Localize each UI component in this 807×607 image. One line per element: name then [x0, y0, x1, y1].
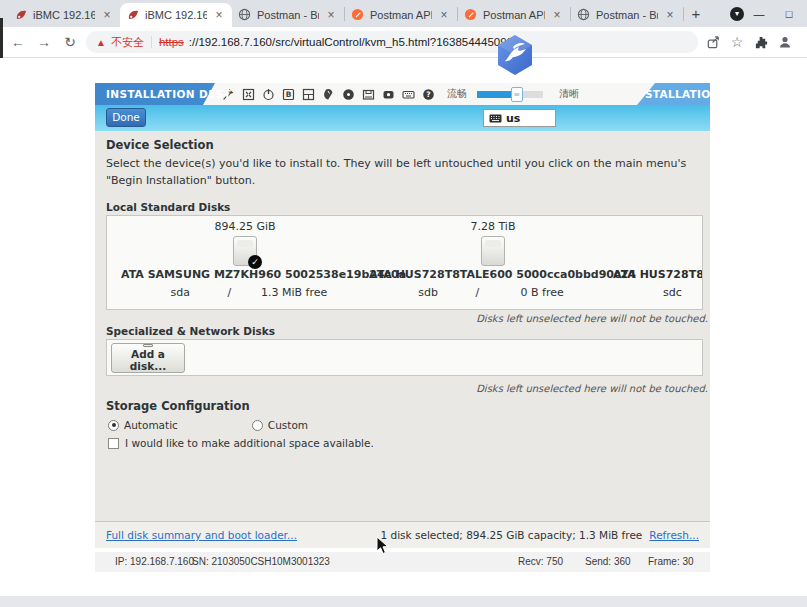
security-warning-icon[interactable]: ▲ [96, 37, 106, 48]
tab-ibmc-1[interactable]: iBMC 192.168.7.16 × [8, 3, 120, 27]
tab-title: Postman - Browse [596, 9, 658, 21]
layout-icon[interactable] [301, 87, 315, 101]
tab-title: Postman API Platfo [370, 9, 432, 21]
postman-favicon [351, 8, 365, 22]
help-icon[interactable]: ? [421, 87, 435, 101]
anaconda-installer-screen: INSTALLATION DEST STALLATION B [95, 83, 710, 548]
mouse-cursor [376, 536, 389, 555]
status-sn: SN: 2103050CSH10M3001323 [192, 556, 330, 567]
done-button[interactable]: Done [106, 108, 146, 127]
quality-slider[interactable]: ≡ [477, 91, 543, 98]
security-warning-label[interactable]: 不安全 [111, 35, 144, 50]
radio-custom[interactable] [252, 420, 263, 431]
forward-icon[interactable]: → [34, 34, 54, 50]
additional-space-row: I would like to make additional space av… [108, 437, 374, 449]
svg-text:B: B [285, 90, 291, 99]
url-scheme: https [159, 36, 184, 48]
device-selection-title: Device Selection [106, 138, 214, 152]
tab-postman-browse-1[interactable]: Postman - Browse × [232, 3, 344, 27]
tab-separator [683, 7, 684, 21]
browser-address-bar: ← → ↻ ▲ 不安全 https ://192.168.7.160/src/v… [0, 27, 807, 58]
status-recv: Recv: 750 [518, 556, 563, 567]
disk-dev: sda [141, 286, 219, 299]
disk-dev-row: sdb / 0 B free [389, 286, 597, 299]
tab-close-icon[interactable]: × [437, 8, 451, 22]
tab-postman-browse-2[interactable]: Postman - Browse × [571, 3, 683, 27]
tab-ibmc-2-active[interactable]: iBMC 192.168.7.16 × [120, 3, 232, 27]
quality-slider-handle[interactable]: ≡ [511, 87, 523, 102]
tab-close-icon[interactable]: × [550, 8, 564, 22]
refresh-link[interactable]: Refresh... [649, 529, 699, 541]
new-tab-button[interactable]: + [684, 2, 708, 26]
ibmc-favicon [126, 8, 140, 22]
status-frame: Frame: 30 [648, 556, 694, 567]
storage-icon[interactable] [361, 87, 375, 101]
tab-title: Postman - Browse [257, 9, 319, 21]
disk-tile-sdb[interactable]: 7.28 TiB ATA HUS728T8TALE600 5000cca0bbd… [369, 216, 617, 310]
tab-title: iBMC 192.168.7.16 [145, 9, 207, 21]
window-minimize-button[interactable]: — [744, 3, 774, 25]
disk-tile-sdc[interactable]: 7 ATA HUS728T8TAL sdc [613, 216, 703, 310]
tab-search-icon[interactable]: ▾ [730, 7, 744, 21]
bookmark-star-icon[interactable]: ☆ [728, 33, 746, 51]
local-disks-panel: 894.25 GiB ✓ ATA SAMSUNG MZ7KH960 500253… [106, 215, 703, 310]
installer-title: INSTALLATION DEST [106, 88, 231, 100]
url-bar[interactable]: ▲ 不安全 https ://192.168.7.160/src/virtual… [86, 31, 698, 53]
tab-close-icon[interactable]: × [324, 8, 338, 22]
svg-text:?: ? [426, 90, 430, 99]
disk-drive-icon: ✓ [233, 236, 257, 266]
device-selection-intro: Select the device(s) you'd like to insta… [106, 155, 702, 189]
profile-avatar-icon[interactable] [776, 33, 794, 51]
radio-automatic[interactable] [108, 420, 119, 431]
keyboard-layout-indicator[interactable]: us [483, 109, 556, 127]
keyboard-layout-value: us [506, 112, 520, 125]
additional-space-checkbox[interactable] [108, 438, 119, 449]
unselected-note-2: Disks left unselected here will not be t… [476, 383, 708, 394]
network-disks-title: Specialized & Network Disks [106, 325, 275, 337]
kvm-status-bar: IP: 192.168.7.160 SN: 2103050CSH10M30013… [95, 552, 710, 572]
tab-close-icon[interactable]: × [100, 8, 114, 22]
tab-close-icon[interactable]: × [663, 8, 677, 22]
tab-close-icon[interactable]: × [212, 8, 226, 22]
radio-custom-label[interactable]: Custom [268, 419, 308, 431]
mini-disk-icon [143, 344, 153, 347]
bird-hexagon-app-icon[interactable] [496, 34, 534, 76]
reload-icon[interactable]: ↻ [60, 34, 80, 50]
power-icon[interactable] [261, 87, 275, 101]
installer-footer: Full disk summary and boot loader... 1 d… [95, 521, 710, 548]
tab-postman-api-1[interactable]: Postman API Platfo × [345, 3, 457, 27]
disk-selected-check-icon: ✓ [248, 255, 262, 269]
unselected-note: Disks left unselected here will not be t… [476, 313, 708, 324]
quality-smooth-label: 流畅 [447, 87, 467, 101]
extensions-icon[interactable] [752, 33, 770, 51]
add-disk-label: Add a disk... [112, 348, 184, 372]
disk-sep: / [219, 286, 239, 299]
disk-size: 7.28 TiB [369, 220, 617, 233]
partitioning-options: Automatic Custom [108, 419, 308, 431]
additional-space-label[interactable]: I would like to make additional space av… [125, 437, 374, 449]
full-disk-summary-link[interactable]: Full disk summary and boot loader... [106, 529, 297, 541]
tab-postman-api-2[interactable]: Postman API Platfo × [458, 3, 570, 27]
disk-free: 1.3 MiB free [239, 286, 349, 299]
window-edge-artifact [0, 18, 3, 58]
add-disk-button[interactable]: Add a disk... [111, 343, 185, 373]
disk-tile-sda[interactable]: 894.25 GiB ✓ ATA SAMSUNG MZ7KH960 500253… [121, 216, 369, 310]
mouse-icon[interactable] [321, 87, 335, 101]
share-icon[interactable] [704, 33, 722, 51]
keyboard-icon[interactable] [401, 87, 415, 101]
footer-right: 1 disk selected; 894.25 GiB capacity; 1.… [381, 529, 700, 541]
url-separator [151, 36, 152, 48]
installer-subheader: Done us [95, 105, 710, 131]
record-icon[interactable] [381, 87, 395, 101]
globe-favicon [238, 8, 252, 22]
status-ip: IP: 192.168.7.160 [115, 556, 194, 567]
window-maximize-button[interactable]: □ [774, 3, 804, 25]
back-icon[interactable]: ← [8, 34, 28, 50]
fullscreen-icon[interactable] [241, 87, 255, 101]
radio-automatic-label[interactable]: Automatic [124, 419, 178, 431]
keyboard-b-icon[interactable]: B [281, 87, 295, 101]
tab-title: Postman API Platfo [483, 9, 545, 21]
postman-favicon [464, 8, 478, 22]
installer-body: Device Selection Select the device(s) yo… [95, 131, 710, 548]
cd-icon[interactable] [341, 87, 355, 101]
